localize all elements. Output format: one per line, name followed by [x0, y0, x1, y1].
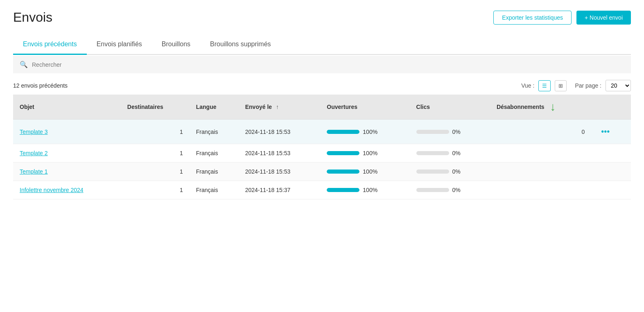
search-icon: 🔍 [20, 61, 28, 68]
col-clics: Clics [410, 95, 490, 120]
table-wrapper: Objet Destinataires Langue Envoyé le ↑ O… [13, 95, 631, 199]
per-page-select[interactable]: 20 50 100 [606, 80, 631, 91]
per-page-label: Par page : [575, 82, 601, 89]
table-row: Template 1 1 Français 2024-11-18 15:53 1… [13, 163, 631, 181]
tab-brouillons-supprimes[interactable]: Brouillons supprimés [200, 35, 281, 55]
cell-actions [591, 144, 631, 163]
tab-envois-precedents[interactable]: Envois précédents [13, 35, 87, 55]
cell-ouvertures: 100% [320, 120, 409, 144]
header-actions: Exporter les statistiques + Nouvel envoi [493, 11, 631, 25]
clics-label: 0% [452, 168, 461, 175]
cell-objet: Template 1 [13, 163, 121, 181]
tabs-nav: Envois précédents Envois planifiés Broui… [13, 35, 631, 55]
view-controls: Vue : ☰ ⊞ Par page : 20 50 100 [521, 80, 631, 91]
objet-link[interactable]: Template 1 [20, 168, 47, 175]
cell-clics: 0% [410, 120, 490, 144]
cell-desabonnements [490, 181, 591, 199]
cell-destinataires: 1 [121, 181, 190, 199]
cell-actions [591, 181, 631, 199]
cell-clics: 0% [410, 181, 490, 199]
cell-objet: Infolettre novembre 2024 [13, 181, 121, 199]
ouvertures-label: 100% [363, 187, 377, 193]
new-envoi-button[interactable]: + Nouvel envoi [576, 11, 631, 25]
cell-destinataires: 1 [121, 144, 190, 163]
col-langue: Langue [190, 95, 239, 120]
cell-langue: Français [190, 120, 239, 144]
ouvertures-label: 100% [363, 129, 377, 135]
cell-objet: Template 3 [13, 120, 121, 144]
down-arrow-icon: ↓ [550, 100, 556, 113]
cell-envoye-le: 2024-11-18 15:53 [239, 120, 321, 144]
cell-envoye-le: 2024-11-18 15:53 [239, 163, 321, 181]
col-actions [591, 95, 631, 120]
table-row: Infolettre novembre 2024 1 Français 2024… [13, 181, 631, 199]
cell-actions [591, 163, 631, 181]
cell-envoye-le: 2024-11-18 15:37 [239, 181, 321, 199]
table-controls: 12 envois précédents Vue : ☰ ⊞ Par page … [13, 73, 631, 95]
col-ouvertures: Ouvertures [320, 95, 409, 120]
objet-link[interactable]: Template 2 [20, 150, 47, 156]
page-title: Envois [13, 10, 52, 25]
cell-langue: Français [190, 181, 239, 199]
tab-brouillons[interactable]: Brouillons [152, 35, 200, 55]
cell-ouvertures: 100% [320, 144, 409, 163]
cell-desabonnements [490, 163, 591, 181]
list-view-button[interactable]: ☰ [538, 80, 551, 91]
search-input[interactable] [32, 61, 624, 68]
col-envoye-le[interactable]: Envoyé le ↑ [239, 95, 321, 120]
cell-destinataires: 1 [121, 120, 190, 144]
objet-link[interactable]: Infolettre novembre 2024 [20, 187, 84, 193]
cell-ouvertures: 100% [320, 163, 409, 181]
clics-label: 0% [452, 129, 461, 135]
ouvertures-label: 100% [363, 168, 377, 175]
cell-ouvertures: 100% [320, 181, 409, 199]
vue-label: Vue : [521, 82, 534, 89]
cell-clics: 0% [410, 163, 490, 181]
cell-actions: ••• [591, 120, 631, 144]
clics-label: 0% [452, 187, 461, 193]
row-actions-button[interactable]: ••• [598, 125, 613, 138]
table-count: 12 envois précédents [13, 82, 68, 89]
cell-clics: 0% [410, 144, 490, 163]
ouvertures-label: 100% [363, 150, 377, 156]
cell-objet: Template 2 [13, 144, 121, 163]
tab-envois-planifies[interactable]: Envois planifiés [87, 35, 152, 55]
cell-destinataires: 1 [121, 163, 190, 181]
cell-langue: Français [190, 144, 239, 163]
grid-view-button[interactable]: ⊞ [555, 80, 567, 91]
cell-desabonnements: 0 [490, 120, 591, 144]
search-bar: 🔍 [13, 56, 631, 73]
table-row: Template 3 1 Français 2024-11-18 15:53 1… [13, 120, 631, 144]
page-header: Envois Exporter les statistiques + Nouve… [13, 10, 631, 25]
table-header-row: Objet Destinataires Langue Envoyé le ↑ O… [13, 95, 631, 120]
cell-langue: Français [190, 163, 239, 181]
envois-table: Objet Destinataires Langue Envoyé le ↑ O… [13, 95, 631, 199]
cell-envoye-le: 2024-11-18 15:53 [239, 144, 321, 163]
col-objet: Objet [13, 95, 121, 120]
clics-label: 0% [452, 150, 461, 156]
cell-desabonnements [490, 144, 591, 163]
table-row: Template 2 1 Français 2024-11-18 15:53 1… [13, 144, 631, 163]
col-destinataires: Destinataires [121, 95, 190, 120]
objet-link[interactable]: Template 3 [20, 129, 47, 135]
sort-arrow-icon: ↑ [276, 104, 279, 110]
col-desabonnements: Désabonnements ↓ [490, 95, 591, 120]
export-stats-button[interactable]: Exporter les statistiques [493, 11, 572, 25]
